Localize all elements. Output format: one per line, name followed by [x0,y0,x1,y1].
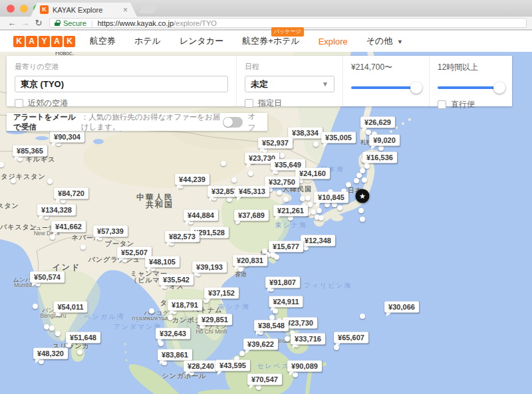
price-marker[interactable]: ¥84,720 [54,188,88,199]
alert-toggle[interactable] [223,117,243,128]
destination-dot-marker[interactable] [231,177,237,183]
destination-dot-marker[interactable] [11,178,16,183]
nav-more[interactable]: その他 ▼ [366,35,403,47]
price-marker[interactable]: ¥37,689 [234,210,269,221]
price-marker[interactable]: ¥52,937 [258,138,293,149]
price-marker[interactable]: ¥48,105 [145,256,180,268]
price-marker[interactable]: ¥15,677 [269,241,303,252]
back-icon[interactable]: ← [5,18,19,28]
price-marker[interactable]: ¥16,536 [362,152,397,163]
price-marker[interactable]: ¥90,089 [287,361,322,372]
destination-dot-marker[interactable] [248,171,253,176]
origin-marker-star-icon[interactable]: ★ [356,189,370,203]
price-marker[interactable]: ¥20,831 [233,255,267,266]
price-marker[interactable]: ¥83,861 [158,349,192,361]
destination-dot-marker[interactable] [33,304,38,309]
tab-close-icon[interactable]: × [123,6,128,14]
duration-slider[interactable] [438,82,504,94]
price-marker[interactable]: ¥32,750 [265,177,299,188]
destination-dot-marker[interactable] [279,153,285,158]
destination-dot-marker[interactable] [305,195,311,201]
destination-dot-marker[interactable] [319,215,324,221]
price-marker[interactable]: ¥43,595 [215,360,250,371]
price-marker[interactable]: ¥48,320 [33,348,68,359]
destination-dot-marker[interactable] [360,314,365,319]
destination-dot-marker[interactable] [313,142,319,147]
dates-dropdown[interactable]: 未定 ▼ [245,76,334,92]
destination-dot-marker[interactable] [354,178,359,183]
price-slider[interactable] [351,82,421,94]
price-marker[interactable]: ¥90,304 [50,132,84,143]
destination-dot-marker[interactable] [346,182,351,187]
price-marker[interactable]: ¥28,240 [184,361,218,372]
destination-dot-marker[interactable] [55,331,61,336]
destination-dot-marker[interactable] [49,326,55,331]
browser-tab[interactable]: K KAYAK Explore × [31,3,137,17]
destination-dot-marker[interactable] [80,245,86,250]
nav-cars[interactable]: レンタカー [180,35,223,47]
price-marker[interactable]: ¥44,239 [175,174,209,185]
price-marker[interactable]: ¥10,845 [314,192,348,203]
direct-flights-checkbox[interactable] [438,100,446,109]
destination-dot-marker[interactable] [256,385,261,390]
price-marker[interactable]: ¥18,791 [168,300,202,311]
destination-dot-marker[interactable] [44,324,49,330]
destination-dot-marker[interactable] [337,205,342,211]
destination-dot-marker[interactable] [362,177,367,183]
destination-dot-marker[interactable] [360,217,365,222]
price-marker[interactable]: ¥57,339 [93,226,128,237]
minimize-window-button[interactable] [20,5,28,13]
destination-dot-marker[interactable] [239,351,245,356]
price-marker[interactable]: ¥33,716 [291,334,325,345]
price-marker[interactable]: ¥85,365 [13,146,47,157]
price-marker[interactable]: ¥65,607 [334,332,368,344]
destination-dot-marker[interactable] [227,197,232,202]
url-bar[interactable]: Secure | https://www.kayak.co.jp/explore… [49,18,527,28]
price-marker[interactable]: ¥45,313 [235,186,269,197]
price-marker[interactable]: ¥82,573 [165,231,200,243]
destination-dot-marker[interactable] [285,336,290,342]
nav-packages[interactable]: 航空券+ホテル パッケージ [242,35,300,47]
duration-slider-handle[interactable] [493,82,505,94]
map-canvas[interactable]: 最寄りの空港 東京 (TYO) 近郊の空港 日程 未定 ▼ 指定日 [0,52,532,394]
new-tab-button[interactable] [138,5,158,13]
price-marker[interactable]: ¥39,193 [192,262,227,273]
price-marker[interactable]: ¥32,643 [156,328,190,340]
price-marker[interactable]: ¥35,005 [321,132,356,144]
destination-dot-marker[interactable] [307,202,313,207]
price-marker[interactable]: ¥12,348 [301,235,335,246]
destination-dot-marker[interactable] [358,208,364,213]
destination-dot-marker[interactable] [47,179,53,184]
price-marker[interactable]: ¥54,011 [53,302,87,313]
price-marker[interactable]: ¥29,851 [198,314,232,326]
destination-dot-marker[interactable] [378,146,384,151]
price-marker[interactable]: ¥37,152 [204,288,239,299]
price-marker[interactable]: ¥50,574 [30,272,65,283]
nearby-airports-checkbox[interactable] [15,99,23,108]
price-marker[interactable]: ¥21,261 [273,205,308,217]
destination-dot-marker[interactable] [149,308,154,314]
destination-dot-marker[interactable] [283,197,289,202]
price-marker[interactable]: ¥30,066 [384,302,419,313]
price-marker[interactable]: ¥134,328 [37,205,76,216]
destination-dot-marker[interactable] [311,209,316,215]
price-marker[interactable]: ¥39,622 [243,339,278,350]
destination-dot-marker[interactable] [277,190,282,195]
close-window-button[interactable] [7,5,15,13]
price-slider-handle[interactable] [410,82,422,94]
price-marker[interactable]: ¥70,547 [247,374,282,385]
reload-icon[interactable]: ↻ [32,18,45,28]
price-marker[interactable]: ¥51,648 [66,332,100,344]
destination-dot-marker[interactable] [317,208,322,213]
price-marker[interactable]: ¥26,629 [360,117,395,128]
price-marker[interactable]: ¥38,334 [288,128,323,139]
price-marker[interactable]: ¥41,662 [51,221,86,233]
direct-flights-option[interactable]: 直行便 [438,99,504,110]
specific-dates-checkbox[interactable] [245,99,253,108]
forward-icon[interactable]: → [19,18,32,28]
destination-dot-marker[interactable] [168,315,173,320]
price-marker[interactable]: ¥24,911 [269,296,303,308]
price-marker[interactable]: ¥44,884 [184,210,218,221]
price-marker[interactable]: ¥9,020 [369,135,400,146]
nav-explore[interactable]: Explore [319,37,348,47]
